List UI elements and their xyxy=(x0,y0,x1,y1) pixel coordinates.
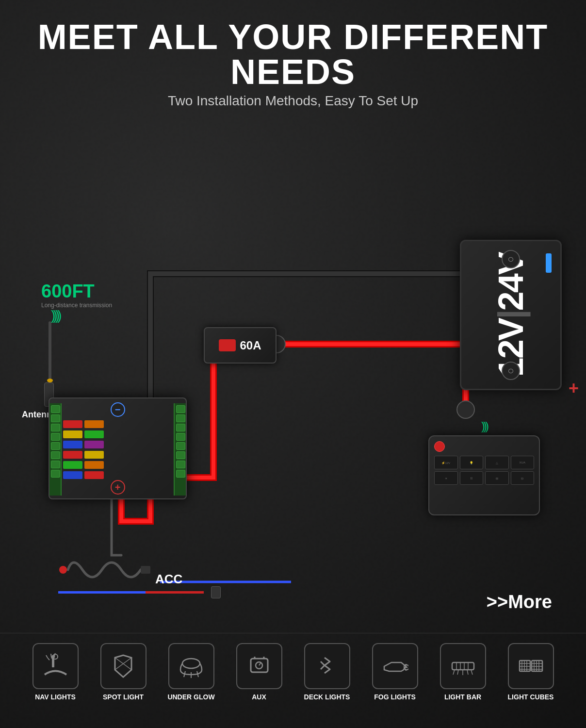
icon-item-deck-lights: DECK LIGHTS xyxy=(296,643,358,701)
header-section: MEET ALL YOUR DIFFERENT NEEDS Two Instal… xyxy=(0,0,586,118)
svg-line-31 xyxy=(457,670,458,675)
battery-plus-external: + xyxy=(569,378,579,398)
light-bar-label: Light BAR xyxy=(444,693,481,701)
remote-btn-4[interactable]: XUA xyxy=(511,456,535,469)
remote-wifi-arcs: ))) xyxy=(481,419,487,432)
aux-icon-box xyxy=(236,643,282,689)
terminal-pin xyxy=(176,461,185,468)
svg-point-2 xyxy=(457,401,474,418)
remote-control-area: ))) ⚡12V 💡 △ XUA ☀ ||| ⊞ ⊟ xyxy=(428,419,540,515)
svg-line-33 xyxy=(467,670,468,675)
icon-item-light-bar: Light BAR xyxy=(432,643,494,701)
icon-item-nav-lights: NAV LIGHTS xyxy=(24,643,86,701)
under-glow-label: UNDER GLOW xyxy=(167,693,214,701)
page-title: MEET ALL YOUR DIFFERENT NEEDS xyxy=(10,19,576,89)
acc-fuse-connector xyxy=(211,586,221,598)
light-bar-icon xyxy=(450,653,476,679)
remote-btn-1[interactable]: ⚡12V xyxy=(434,456,458,469)
fuse xyxy=(84,451,104,459)
spot-light-icon-box xyxy=(100,643,146,689)
fuse xyxy=(63,471,82,479)
terminal-block-left xyxy=(49,403,62,496)
terminal-pin xyxy=(51,433,60,441)
remote-btn-7[interactable]: ⊞ xyxy=(485,471,509,485)
terminal-pin xyxy=(176,414,185,422)
terminal-pin xyxy=(176,442,185,450)
page-subtitle: Two Installation Methods, Easy To Set Up xyxy=(10,93,576,109)
fuse xyxy=(84,471,104,479)
svg-rect-6 xyxy=(141,566,150,574)
remote-btn-2[interactable]: 💡 xyxy=(460,456,484,469)
acc-label: ACC xyxy=(155,572,182,587)
aux-icon xyxy=(246,653,273,679)
aux-label: AUX xyxy=(252,693,266,701)
svg-line-30 xyxy=(453,670,455,675)
icon-item-aux: AUX xyxy=(228,643,290,701)
fuse xyxy=(84,441,104,448)
antenna-connector xyxy=(47,379,53,382)
acc-wire xyxy=(58,591,204,594)
deck-lights-label: DECK LIGHTS xyxy=(304,693,350,701)
battery-voltage-label: 12V|24V xyxy=(491,253,531,377)
terminal-pin xyxy=(51,405,60,413)
battery: 12V|24V ○ ○ xyxy=(460,240,562,390)
svg-line-34 xyxy=(471,670,472,675)
remote-control-body: ⚡12V 💡 △ XUA ☀ ||| ⊞ ⊟ xyxy=(428,435,540,515)
battery-blue-indicator xyxy=(546,253,552,273)
nav-lights-label: NAV LIGHTS xyxy=(35,693,76,701)
fuse xyxy=(84,430,104,438)
terminal-pin xyxy=(176,433,185,441)
antenna-stick xyxy=(49,321,51,380)
fuse-holder-label: 60A xyxy=(240,339,261,352)
spot-light-label: Spot LighT xyxy=(103,693,144,701)
remote-button-grid: ⚡12V 💡 △ XUA ☀ ||| ⊞ ⊟ xyxy=(434,456,534,485)
relay-neg-terminal: − xyxy=(111,402,125,417)
terminal-block-right xyxy=(174,403,186,496)
battery-slash: | xyxy=(491,311,530,319)
relay-fuse-box: − xyxy=(49,397,187,499)
fuse xyxy=(63,430,82,438)
svg-point-11 xyxy=(182,659,200,668)
svg-line-21 xyxy=(321,665,325,669)
light-cubes-icon xyxy=(518,653,544,679)
fuse-holder-red-body xyxy=(219,339,236,351)
acc-cable-area: ACC xyxy=(58,550,221,598)
bottom-icons-row: NAV LIGHTS Spot LighT UNDER GLOW xyxy=(0,633,586,713)
light-bar-icon-box xyxy=(440,643,486,689)
fuse xyxy=(84,420,104,428)
fuse xyxy=(63,441,82,448)
nav-lights-icon-box xyxy=(33,643,79,689)
wifi-signal-area: )))) xyxy=(51,308,59,323)
deck-lights-icon-box xyxy=(304,643,350,689)
remote-btn-8[interactable]: ⊟ xyxy=(511,471,535,485)
cable-coil-svg xyxy=(58,550,155,589)
terminal-pin xyxy=(176,405,185,413)
fuse-holder-60a: 60A xyxy=(204,327,277,364)
nav-lights-icon xyxy=(42,653,69,679)
diagram-area: )))) Antenna 600FT Long-distance transmi… xyxy=(0,118,586,628)
fog-lights-icon xyxy=(382,653,408,679)
icon-item-spot-light: Spot LighT xyxy=(92,643,154,701)
terminal-pin xyxy=(51,442,60,450)
remote-power-btn[interactable] xyxy=(434,441,445,452)
more-label: >>More xyxy=(487,592,552,612)
terminal-pin xyxy=(51,424,60,431)
fuse xyxy=(63,451,82,459)
deck-lights-icon xyxy=(314,653,341,679)
terminal-pin xyxy=(176,451,185,459)
battery-neg-terminal: ○ xyxy=(502,250,520,268)
terminal-pin xyxy=(51,470,60,478)
remote-wifi-signal: ))) xyxy=(428,419,540,433)
remote-btn-3[interactable]: △ xyxy=(485,456,509,469)
fuse-bank xyxy=(63,420,104,479)
fuse xyxy=(63,420,82,428)
range-ft: 600FT xyxy=(41,281,112,302)
icon-item-light-cubes: Light CubES xyxy=(500,643,562,701)
remote-btn-5[interactable]: ☀ xyxy=(434,471,458,485)
icon-item-under-glow: UNDER GLOW xyxy=(160,643,222,701)
battery-pos-terminal: ○ xyxy=(502,362,520,380)
fog-lights-label: FOG LIGHTS xyxy=(374,693,416,701)
terminal-pin xyxy=(176,470,185,478)
remote-btn-6[interactable]: ||| xyxy=(460,471,484,485)
light-cubes-icon-box xyxy=(508,643,554,689)
